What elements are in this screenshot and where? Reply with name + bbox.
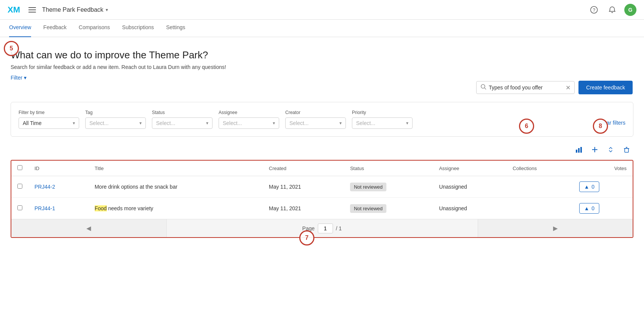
notification-button[interactable] — [606, 4, 618, 16]
row-status-cell: Not reviewed — [344, 176, 433, 198]
table-row: PRJ44-1 Food needs more variety May 11, … — [11, 198, 633, 219]
clear-search-button[interactable]: ✕ — [566, 84, 571, 91]
status-badge: Not reviewed — [350, 204, 386, 213]
row-assignee: Unassigned — [439, 184, 467, 190]
hamburger-button[interactable] — [26, 5, 38, 15]
plus-icon — [591, 146, 599, 153]
filter-creator-select[interactable]: Select... ▾ — [285, 117, 346, 129]
tab-overview[interactable]: Overview — [9, 20, 31, 37]
vote-count: 0 — [592, 205, 595, 211]
feedback-id-link[interactable]: PRJ44-1 — [34, 205, 55, 211]
col-id: ID — [28, 161, 89, 176]
select-all-checkbox[interactable] — [17, 165, 22, 170]
tab-comparisons[interactable]: Comparisons — [79, 20, 110, 37]
logo-x: X — [8, 5, 13, 14]
chevron-down-icon: ▾ — [73, 120, 75, 126]
annotation-8: 8 — [593, 119, 608, 134]
topbar: XM Theme Park Feedback ▾ ? G — [0, 0, 644, 20]
filter-tag-group: Tag Select... ▾ — [85, 110, 146, 129]
search-input[interactable] — [489, 84, 563, 91]
project-title-button[interactable]: Theme Park Feedback ▾ — [42, 6, 108, 13]
row-checkbox-cell — [11, 176, 28, 198]
filter-creator-label: Creator — [285, 110, 346, 115]
filter-assignee-select[interactable]: Select... ▾ — [219, 117, 279, 129]
row-status-cell: Not reviewed — [344, 198, 433, 219]
move-button[interactable] — [605, 144, 616, 157]
topbar-right: ? G — [588, 4, 636, 16]
vote-button[interactable]: ▲ 0 — [579, 203, 600, 214]
filter-assignee-group: Assignee Select... ▾ — [219, 110, 279, 129]
chart-icon — [575, 146, 583, 153]
row-assignee-cell: Unassigned — [433, 198, 506, 219]
chevron-down-icon: ▾ — [139, 120, 142, 126]
avatar-label: G — [628, 7, 633, 13]
row-created-cell: May 11, 2021 — [263, 198, 344, 219]
table-body: PRJ44-2 More drink options at the snack … — [11, 176, 633, 219]
filter-priority-select[interactable]: Select... ▾ — [352, 117, 413, 129]
vote-count: 0 — [592, 184, 595, 190]
filter-priority-group: Priority Select... ▾ — [352, 110, 413, 129]
page-title: What can we do to improve the Theme Park… — [11, 49, 633, 61]
chevron-down-icon: ▾ — [24, 75, 27, 81]
status-badge: Not reviewed — [350, 183, 386, 191]
filter-tag-select[interactable]: Select... ▾ — [85, 117, 146, 129]
svg-rect-6 — [580, 147, 582, 153]
svg-text:?: ? — [593, 8, 596, 13]
feedback-table-wrapper: ID Title Created Status Assignee Collect… — [11, 160, 633, 238]
search-create-row: ✕ Create feedback — [11, 81, 633, 94]
pagination-prev-button[interactable]: ◀ — [11, 219, 167, 237]
filter-time-label: Filter by time — [19, 110, 79, 115]
add-button[interactable] — [589, 144, 600, 157]
filter-creator-group: Creator Select... ▾ — [285, 110, 346, 129]
chevron-down-icon: ▾ — [339, 120, 342, 126]
trash-icon — [623, 146, 630, 153]
tab-subscriptions[interactable]: Subscriptions — [122, 20, 154, 37]
pagination-center: Page / 1 — [167, 224, 478, 233]
row-votes-cell: ▲ 0 — [573, 198, 633, 219]
vote-button[interactable]: ▲ 0 — [579, 181, 600, 192]
logo-text: XM — [8, 5, 20, 15]
pagination-row: ◀ Page / 1 ▶ — [11, 219, 633, 237]
row-title-cell: Food needs more variety — [89, 198, 263, 219]
help-button[interactable]: ? — [588, 4, 600, 16]
chevron-down-icon: ▾ — [106, 7, 108, 13]
main-content: 5 6 8 7 What can we do to improve the Th… — [0, 37, 644, 247]
pagination-page-input[interactable] — [318, 224, 333, 233]
row-created: May 11, 2021 — [269, 205, 301, 211]
delete-button[interactable] — [621, 144, 632, 157]
chart-button[interactable] — [574, 144, 584, 157]
create-feedback-button[interactable]: Create feedback — [578, 81, 633, 94]
avatar-button[interactable]: G — [624, 4, 636, 16]
row-checkbox[interactable] — [17, 184, 22, 189]
project-title-text: Theme Park Feedback — [42, 6, 103, 13]
table-header-row: ID Title Created Status Assignee Collect… — [11, 161, 633, 176]
row-checkbox[interactable] — [17, 205, 22, 210]
row-assignee: Unassigned — [439, 205, 467, 211]
row-assignee-cell: Unassigned — [433, 176, 506, 198]
svg-rect-5 — [578, 148, 580, 153]
filter-time-select[interactable]: All Time ▾ — [19, 117, 79, 129]
logo-m: M — [13, 5, 20, 14]
annotation-5: 5 — [4, 41, 19, 56]
notification-icon — [608, 6, 616, 14]
annotation-6: 6 — [519, 119, 534, 134]
filter-tag-label: Tag — [85, 110, 146, 115]
feedback-id-link[interactable]: PRJ44-2 — [34, 184, 55, 190]
filter-status-select[interactable]: Select... ▾ — [152, 117, 213, 129]
pagination-next-button[interactable]: ▶ — [478, 219, 633, 237]
col-created: Created — [263, 161, 344, 176]
row-id-cell: PRJ44-2 — [28, 176, 89, 198]
hamburger-icon — [28, 9, 36, 10]
tab-settings[interactable]: Settings — [166, 20, 185, 37]
table-row: PRJ44-2 More drink options at the snack … — [11, 176, 633, 198]
row-collections-cell — [506, 176, 573, 198]
svg-rect-4 — [576, 150, 577, 153]
row-collections-cell — [506, 198, 573, 219]
col-collections: Collections — [506, 161, 573, 176]
row-title: needs more variety — [107, 205, 153, 211]
chevron-down-icon: ▾ — [273, 120, 275, 126]
filter-assignee-label: Assignee — [219, 110, 279, 115]
tab-feedback[interactable]: Feedback — [43, 20, 66, 37]
svg-line-3 — [485, 88, 486, 89]
filter-button[interactable]: Filter ▾ — [11, 75, 27, 81]
